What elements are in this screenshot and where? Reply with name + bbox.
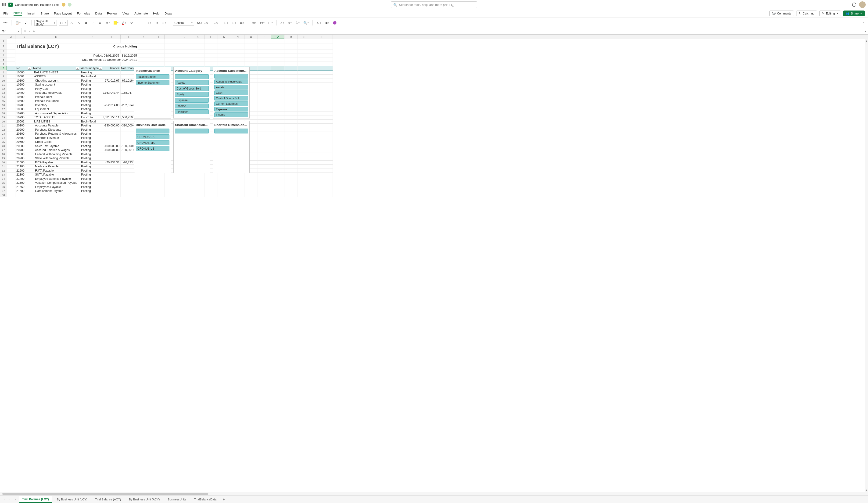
col-header-no[interactable]: No.▾: [16, 66, 32, 71]
row-header[interactable]: 34: [0, 177, 7, 181]
cell[interactable]: [218, 177, 231, 181]
cell[interactable]: [311, 43, 333, 50]
account-type[interactable]: Posting: [80, 177, 103, 181]
cell[interactable]: [138, 177, 151, 181]
cell[interactable]: [191, 173, 205, 177]
cell[interactable]: [7, 53, 16, 58]
cell[interactable]: [298, 165, 311, 169]
account-name[interactable]: TOTAL ASSETS: [32, 115, 80, 120]
column-header[interactable]: F: [121, 34, 138, 39]
sheet-tab[interactable]: By Business Unit (LCY): [53, 496, 91, 503]
cell[interactable]: [178, 189, 191, 193]
more-font-button[interactable]: ⋯: [136, 20, 141, 25]
cell[interactable]: [311, 177, 333, 181]
cell[interactable]: [258, 99, 271, 103]
number-format-select[interactable]: General▾: [173, 20, 194, 26]
cell[interactable]: [285, 181, 298, 185]
row-header[interactable]: 35: [0, 181, 7, 185]
cell[interactable]: [271, 58, 285, 62]
balance-value[interactable]: [103, 136, 121, 140]
cell[interactable]: [258, 95, 271, 99]
cell[interactable]: [258, 74, 271, 79]
balance-value[interactable]: [103, 140, 121, 144]
cell[interactable]: [7, 193, 16, 197]
row-header[interactable]: 30: [0, 161, 7, 165]
slicer-item[interactable]: [214, 74, 248, 79]
cell[interactable]: [191, 177, 205, 181]
cell[interactable]: [178, 173, 191, 177]
slicer-item[interactable]: CRONUS-US: [136, 146, 169, 151]
cell[interactable]: [178, 193, 191, 197]
cell[interactable]: [258, 53, 271, 58]
cell[interactable]: [165, 193, 178, 197]
cell[interactable]: [311, 124, 333, 128]
cell[interactable]: [258, 165, 271, 169]
cell[interactable]: [258, 115, 271, 120]
underline-button[interactable]: U: [97, 20, 103, 25]
balance-value[interactable]: -100,000.00: [103, 144, 121, 148]
account-type[interactable]: Posting: [80, 185, 103, 189]
copilot-button[interactable]: 🟣: [332, 20, 337, 25]
cell[interactable]: [245, 53, 258, 58]
cell[interactable]: [7, 156, 16, 161]
cell[interactable]: [258, 103, 271, 107]
catch-up-button[interactable]: ↻Catch up: [796, 11, 817, 16]
account-type[interactable]: Posting: [80, 136, 103, 140]
cell[interactable]: [271, 71, 285, 75]
account-no[interactable]: 10001: [16, 74, 32, 79]
cell[interactable]: [298, 169, 311, 173]
account-name[interactable]: Employee Benefits Payable: [32, 177, 80, 181]
cell[interactable]: [138, 185, 151, 189]
account-type[interactable]: Posting: [80, 99, 103, 103]
cell[interactable]: [298, 43, 311, 50]
delete-cells-button[interactable]: ⊟▾: [231, 20, 237, 25]
cell[interactable]: [258, 169, 271, 173]
cell[interactable]: [311, 71, 333, 75]
cell[interactable]: [16, 50, 32, 54]
cell[interactable]: [271, 91, 285, 95]
balance-value[interactable]: [103, 107, 121, 112]
slicer-item[interactable]: Income: [175, 104, 209, 109]
cell[interactable]: [271, 103, 285, 107]
scroll-down-icon[interactable]: ▼: [865, 489, 868, 492]
select-all-corner[interactable]: [0, 34, 7, 39]
col-header-name[interactable]: Name▾: [32, 66, 80, 71]
cell[interactable]: [165, 185, 178, 189]
cell[interactable]: [311, 189, 333, 193]
cell[interactable]: [178, 58, 191, 62]
row-header[interactable]: 12: [0, 87, 7, 91]
cell[interactable]: [165, 53, 178, 58]
cell[interactable]: [218, 43, 231, 50]
cell[interactable]: [298, 99, 311, 103]
filter-button[interactable]: ▾: [76, 66, 79, 70]
cell[interactable]: [298, 71, 311, 75]
row-header[interactable]: 28: [0, 152, 7, 157]
cell[interactable]: [7, 83, 16, 87]
net-change-value[interactable]: [121, 185, 138, 189]
cell[interactable]: [32, 50, 80, 54]
cell[interactable]: [271, 79, 285, 83]
cell[interactable]: [258, 189, 271, 193]
slicer-account-subcategory[interactable]: Account Subcatego... Accounts Receivable…: [213, 67, 250, 119]
account-no[interactable]: 20700: [16, 148, 32, 152]
account-no[interactable]: 10100: [16, 79, 32, 83]
cell[interactable]: [7, 62, 16, 66]
cell[interactable]: [285, 66, 298, 71]
cell[interactable]: [7, 115, 16, 120]
cell[interactable]: [151, 62, 165, 66]
col-header-type[interactable]: Account Type▾: [80, 66, 103, 71]
cell[interactable]: [298, 83, 311, 87]
cell[interactable]: [245, 177, 258, 181]
row-header[interactable]: 4: [0, 53, 7, 58]
wrap-text-button[interactable]: ⇥: [154, 20, 159, 25]
cell[interactable]: [7, 91, 16, 95]
sheet-tab[interactable]: TrialBalanceData: [191, 496, 220, 503]
cell[interactable]: [16, 39, 32, 43]
cell[interactable]: [7, 161, 16, 165]
accept-formula-icon[interactable]: ✓: [29, 30, 31, 33]
balance-value[interactable]: -252,314.00: [103, 103, 121, 107]
file-name[interactable]: Consolidated Trial Balance Excel: [15, 3, 59, 7]
cell[interactable]: [311, 181, 333, 185]
row-header[interactable]: 14: [0, 95, 7, 99]
cell[interactable]: [298, 50, 311, 54]
